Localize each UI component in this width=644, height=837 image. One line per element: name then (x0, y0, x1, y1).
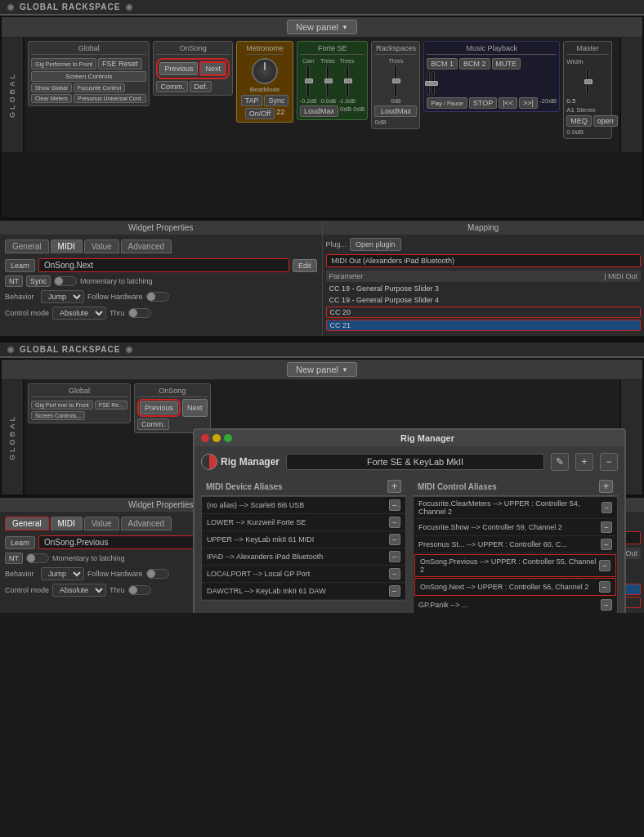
behavior-select-bottom[interactable]: Jump (41, 567, 84, 580)
screen-controls-btn[interactable]: Screen Controls (31, 71, 146, 82)
tab-value-top[interactable]: Value (84, 239, 119, 253)
remove-control-2[interactable]: − (601, 539, 612, 550)
new-panel-button-bottom[interactable]: New panel ▼ (287, 362, 357, 377)
open-btn[interactable]: open (593, 115, 618, 127)
bcm1-btn[interactable]: BCM 1 (427, 58, 458, 69)
sync-btn-top[interactable]: Sync (26, 275, 51, 287)
onsong-comm-btn-bottom[interactable]: Comm. (137, 418, 169, 430)
momentary-toggle-top[interactable] (54, 276, 77, 286)
remove-device-3[interactable]: − (389, 551, 400, 562)
rig-remove-icon-btn[interactable]: − (600, 453, 618, 471)
new-panel-button-top[interactable]: New panel ▼ (287, 20, 357, 34)
rig-edit-icon-btn[interactable]: ✎ (551, 453, 569, 471)
minimize-window-btn[interactable] (212, 434, 221, 442)
next-track-btn[interactable]: >>| (519, 97, 538, 109)
fader-handle-2[interactable] (324, 78, 333, 83)
add-control-alias-btn[interactable]: + (599, 480, 613, 493)
remove-control-3[interactable]: − (599, 560, 610, 571)
play-pause-btn[interactable]: Play / Pause (427, 97, 467, 109)
tab-value-bottom[interactable]: Value (84, 517, 119, 530)
rack-loud-max-btn[interactable]: LoudMax (374, 105, 417, 117)
close-window-btn[interactable] (201, 434, 209, 442)
mapping-row-top-1[interactable]: CC 19 - General Purpose Slider 4 (326, 295, 642, 305)
device-alias-0[interactable]: (no alias) --> Scarlett 8i6 USB − (202, 497, 405, 514)
behavior-select-top[interactable]: Jump (41, 290, 84, 303)
screen-controls-btn-bottom[interactable]: Screen Controls... (31, 411, 85, 420)
presonus-btn[interactable]: Presonus Universal Cont. (74, 94, 146, 103)
rig-add-icon-btn[interactable]: + (575, 453, 593, 471)
gig-perf-btn-bottom[interactable]: Gig Perf mer to Front (31, 401, 93, 410)
follow-hw-toggle-top[interactable] (146, 292, 169, 302)
pb-handle-2[interactable] (430, 81, 438, 86)
tab-advanced-top[interactable]: Advanced (121, 239, 172, 253)
master-fader-handle[interactable] (584, 79, 593, 84)
onsong-comm-btn[interactable]: Comm. (156, 81, 188, 92)
nt-btn-top[interactable]: NT (5, 275, 23, 287)
nt-btn-bottom[interactable]: NT (5, 553, 23, 564)
device-alias-2[interactable]: UPPER --> KeyLab mkII 61 MIDI − (202, 531, 405, 548)
ctrl-mode-select-bottom[interactable]: Absolute (52, 584, 106, 597)
onsong-next-btn-top[interactable]: Next (199, 61, 226, 76)
momentary-toggle-bottom[interactable] (26, 553, 49, 563)
fse-reset-btn[interactable]: FSE Reset (98, 58, 142, 69)
add-device-alias-btn[interactable]: + (387, 480, 401, 493)
fader-handle-1[interactable] (305, 78, 313, 83)
onsong-prev-btn-top[interactable]: Previous (159, 62, 198, 75)
control-alias-2[interactable]: Presonus St... --> UPPER : Controller 60… (414, 536, 617, 553)
loud-max-btn[interactable]: LoudMax (300, 105, 338, 117)
device-alias-4[interactable]: LOCALPORT --> Local GP Port − (202, 566, 405, 583)
bcm2-btn[interactable]: BCM 2 (459, 58, 490, 69)
gig-performer-btn[interactable]: Gig Performer to Front (31, 58, 96, 69)
mapping-row-top-3[interactable]: CC 21 (326, 320, 642, 331)
remove-control-5[interactable]: − (601, 599, 612, 611)
edit-btn-top[interactable]: Edit (293, 259, 317, 272)
ctrl-mode-select-top[interactable]: Absolute (52, 307, 106, 320)
on-off-btn[interactable]: On/Off (245, 108, 275, 119)
rack-fader-track[interactable] (394, 65, 397, 97)
remove-device-2[interactable]: − (389, 534, 400, 545)
control-alias-1[interactable]: Focusrite.Show --> Controller 59, Channe… (414, 519, 617, 536)
remove-control-1[interactable]: − (601, 521, 612, 533)
control-alias-5[interactable]: GP.Panik --> ... − (414, 597, 617, 613)
remove-control-4[interactable]: − (599, 581, 610, 593)
mapping-row-top-0[interactable]: CC 19 - General Purpose Slider 3 (326, 284, 642, 293)
meq-btn[interactable]: MEQ (566, 115, 592, 127)
mute-btn[interactable]: MUTE (492, 58, 521, 69)
sync-btn[interactable]: Sync (264, 95, 288, 106)
open-plugin-btn-top[interactable]: Open plugin (350, 238, 401, 251)
learn-btn-top[interactable]: Learn (5, 259, 35, 272)
show-global-btn[interactable]: Show Global (31, 83, 72, 92)
fader-handle-3[interactable] (344, 78, 352, 83)
learn-btn-bottom[interactable]: Learn (5, 536, 35, 549)
metronome-knob[interactable] (252, 58, 278, 84)
device-alias-3[interactable]: IPAD --> Alexanders iPad Bluetooth − (202, 548, 405, 566)
rack-fader-handle[interactable] (392, 78, 400, 83)
tab-midi-bottom[interactable]: MIDI (51, 517, 83, 530)
remove-control-0[interactable]: − (602, 502, 612, 513)
thru-toggle-top[interactable] (128, 308, 151, 318)
device-alias-5[interactable]: DAWCTRL --> KeyLab mkII 61 DAW − (202, 583, 405, 600)
mapping-row-top-2[interactable]: CC 20 (326, 307, 642, 318)
focusrite-btn[interactable]: Focusrite Control (74, 83, 125, 92)
master-fader[interactable] (586, 67, 589, 96)
tab-advanced-bottom[interactable]: Advanced (121, 517, 172, 530)
onsong-def-btn[interactable]: Def. (190, 81, 212, 92)
remove-device-4[interactable]: − (389, 568, 400, 580)
pb-fader-2[interactable] (432, 71, 435, 96)
control-alias-4[interactable]: OnSong.Next --> UPPER : Controller 56, C… (414, 578, 616, 596)
thru-toggle-bottom[interactable] (128, 585, 151, 595)
fader-track-2[interactable] (326, 65, 329, 97)
fader-track-3[interactable] (346, 65, 349, 97)
remove-device-0[interactable]: − (389, 499, 400, 511)
follow-hw-toggle-bottom[interactable] (146, 569, 169, 579)
device-alias-1[interactable]: LOWER --> Kurzweil Forte SE − (202, 514, 405, 531)
tab-general-bottom[interactable]: General (5, 517, 49, 530)
onsong-next-btn-bottom[interactable]: Next (182, 399, 208, 417)
control-alias-3[interactable]: OnSong.Previous --> UPPER : Controller 5… (414, 554, 616, 577)
fader-track-1[interactable] (306, 65, 310, 97)
remove-device-1[interactable]: − (389, 517, 400, 528)
maximize-window-btn[interactable] (224, 434, 232, 442)
control-alias-0[interactable]: Focusrite.ClearMeters --> UPPER : Contro… (414, 497, 617, 519)
stop-btn[interactable]: STOP (469, 97, 497, 109)
remove-device-5[interactable]: − (389, 585, 400, 597)
